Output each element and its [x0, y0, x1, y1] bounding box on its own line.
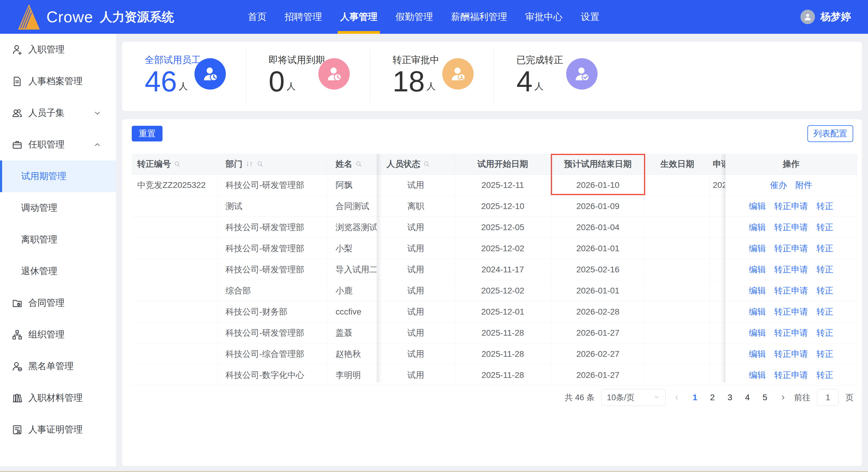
search-icon[interactable] [423, 160, 431, 168]
action-link-转正[interactable]: 转正 [816, 306, 833, 318]
sidebar-item-退休管理[interactable]: 退休管理 [0, 256, 116, 287]
action-link-编辑[interactable]: 编辑 [749, 264, 766, 275]
sidebar-item-离职管理[interactable]: 离职管理 [0, 224, 116, 256]
action-link-转正申请[interactable]: 转正申请 [774, 327, 808, 339]
action-link-附件[interactable]: 附件 [795, 179, 812, 191]
page-number-3[interactable]: 3 [723, 389, 737, 406]
action-link-转正申请[interactable]: 转正申请 [774, 370, 808, 381]
action-link-编辑[interactable]: 编辑 [749, 370, 766, 381]
sidebar-item-组织管理[interactable]: 组织管理 [0, 319, 116, 350]
sidebar-item-调动管理[interactable]: 调动管理 [0, 192, 116, 224]
sort-icon[interactable] [245, 160, 254, 168]
action-link-转正申请[interactable]: 转正申请 [774, 348, 808, 360]
column-header-申请[interactable]: 申请 [710, 154, 725, 174]
sidebar-item-入职材料管理[interactable]: 入职材料管理 [0, 382, 116, 414]
cell-department: 科技公司-研发管理部 [218, 175, 327, 196]
page-number-5[interactable]: 5 [758, 389, 772, 406]
cell-actions: 编辑转正申请转正 [725, 344, 857, 364]
action-link-编辑[interactable]: 编辑 [749, 285, 766, 296]
column-header-人员状态[interactable]: 人员状态 [377, 154, 455, 174]
page-number-4[interactable]: 4 [741, 389, 754, 406]
action-link-编辑[interactable]: 编辑 [749, 327, 766, 339]
cell-apply-date-clipped [710, 301, 725, 322]
cell-apply-date-clipped [710, 238, 725, 259]
action-link-转正申请[interactable]: 转正申请 [774, 306, 808, 318]
cell-name: 浏览器测试 [327, 217, 377, 238]
nav-item-薪酬福利管理[interactable]: 薪酬福利管理 [442, 0, 516, 34]
action-link-编辑[interactable]: 编辑 [749, 222, 766, 233]
sidebar-item-黑名单管理[interactable]: 黑名单管理 [0, 350, 116, 382]
page-number-2[interactable]: 2 [706, 389, 719, 406]
action-link-催办[interactable]: 催办 [770, 179, 787, 191]
cell-apply-date-clipped [710, 344, 725, 364]
action-link-转正[interactable]: 转正 [816, 264, 833, 275]
action-link-转正申请[interactable]: 转正申请 [774, 243, 808, 254]
action-link-编辑[interactable]: 编辑 [749, 306, 766, 318]
cell-apply-date-clipped [710, 280, 725, 301]
cell-status: 试用 [377, 259, 455, 280]
stat-card-转正审批中[interactable]: 转正审批中18人 [370, 41, 494, 111]
stat-label: 已完成转正 [517, 54, 563, 66]
sidebar-item-试用期管理[interactable]: 试用期管理 [0, 160, 116, 192]
search-icon[interactable] [355, 160, 363, 168]
action-link-转正[interactable]: 转正 [816, 285, 833, 296]
sidebar-item-人员子集[interactable]: 人员子集 [0, 97, 116, 129]
stat-card-全部试用员工[interactable]: 全部试用员工46人 [122, 41, 246, 111]
cell-expected-end-date: 2026-02-27 [551, 344, 645, 364]
action-link-转正[interactable]: 转正 [816, 348, 833, 360]
cell-actions: 编辑转正申请转正 [725, 217, 857, 238]
action-link-转正[interactable]: 转正 [816, 222, 833, 233]
action-link-编辑[interactable]: 编辑 [749, 201, 766, 212]
search-icon[interactable] [256, 160, 264, 168]
cell-department: 科技公司-综合管理部 [218, 344, 327, 364]
action-link-转正[interactable]: 转正 [816, 201, 833, 212]
list-config-button[interactable]: 列表配置 [807, 125, 853, 142]
action-link-转正[interactable]: 转正 [816, 243, 833, 254]
action-link-编辑[interactable]: 编辑 [749, 348, 766, 360]
column-header-转正编号[interactable]: 转正编号 [132, 154, 218, 174]
column-header-姓名[interactable]: 姓名 [327, 154, 377, 174]
sidebar-item-入职管理[interactable]: 入职管理 [0, 34, 116, 65]
nav-item-假勤管理[interactable]: 假勤管理 [386, 0, 442, 34]
sidebar-item-人事档案管理[interactable]: 人事档案管理 [0, 65, 116, 97]
action-link-转正申请[interactable]: 转正申请 [774, 285, 808, 296]
cell-code [132, 217, 218, 238]
cell-apply-date-clipped: 202 [710, 175, 725, 196]
column-header-预计试用结束日期[interactable]: 预计试用结束日期 [551, 154, 645, 174]
cell-status: 试用 [377, 344, 455, 364]
user-badge-icon [442, 58, 474, 90]
sidebar-item-任职管理[interactable]: 任职管理 [0, 129, 116, 160]
column-header-部门[interactable]: 部门 [218, 154, 327, 174]
table-row: 科技公司-研发管理部浏览器测试试用2025-12-052026-01-04编辑转… [132, 217, 857, 238]
page-size-select[interactable]: 10条/页 [601, 389, 666, 406]
next-page-button[interactable] [778, 389, 787, 406]
reset-button[interactable]: 重置 [132, 126, 162, 142]
page-number-1[interactable]: 1 [688, 389, 702, 406]
user-menu[interactable]: 杨梦婷 [801, 0, 851, 34]
stat-label: 转正审批中 [393, 54, 439, 66]
nav-item-首页[interactable]: 首页 [239, 0, 276, 34]
action-link-转正申请[interactable]: 转正申请 [774, 222, 808, 233]
action-link-转正申请[interactable]: 转正申请 [774, 201, 808, 212]
sidebar-item-人事证明管理[interactable]: 人事证明管理 [0, 414, 116, 445]
stat-card-已完成转正[interactable]: 已完成转正4人 [494, 41, 618, 111]
stat-value: 18 [393, 66, 425, 97]
table-panel: 重置 列表配置 转正编号部门姓名人员状态试用开始日期预计试用结束日期生效日期申请… [122, 119, 862, 466]
column-header-操作[interactable]: 操作 [725, 154, 857, 174]
action-link-转正申请[interactable]: 转正申请 [774, 264, 808, 275]
stat-card-即将试用到期[interactable]: 即将试用到期0人 [246, 41, 370, 111]
action-link-转正[interactable]: 转正 [816, 370, 833, 381]
nav-item-人事管理[interactable]: 人事管理 [331, 0, 386, 34]
prev-page-button[interactable] [672, 389, 681, 406]
search-icon[interactable] [173, 160, 181, 168]
nav-item-审批中心[interactable]: 审批中心 [516, 0, 571, 34]
sidebar-item-合同管理[interactable]: 合同管理 [0, 287, 116, 319]
nav-item-招聘管理[interactable]: 招聘管理 [276, 0, 331, 34]
column-header-生效日期[interactable]: 生效日期 [645, 154, 710, 174]
action-link-编辑[interactable]: 编辑 [749, 243, 766, 254]
nav-item-设置[interactable]: 设置 [571, 0, 609, 34]
column-header-试用开始日期[interactable]: 试用开始日期 [455, 154, 551, 174]
action-link-转正[interactable]: 转正 [816, 327, 833, 339]
cell-start-date: 2025-12-01 [455, 301, 551, 322]
goto-page-input[interactable] [817, 389, 839, 406]
